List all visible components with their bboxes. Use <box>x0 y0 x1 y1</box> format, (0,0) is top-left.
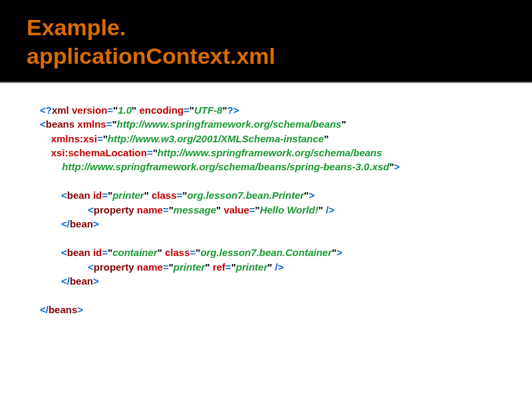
bean-container-property: <property name="printer" ref="printer" /… <box>40 260 492 274</box>
title-line-2: applicationContext.xml <box>27 43 275 68</box>
beans-close: </beans> <box>40 303 492 317</box>
beans-open-line3: xsi:schemaLocation="http://www.springfra… <box>40 146 492 160</box>
bean-printer-close: </bean> <box>40 217 492 231</box>
bean-printer-open: <bean id="printer" class="org.lesson7.be… <box>40 188 492 202</box>
xml-declaration: <?xml version="1.0" encoding="UTF-8"?> <box>40 103 492 117</box>
slide-header: Example. applicationContext.xml <box>0 0 532 83</box>
beans-open-line2: xmlns:xsi="http://www.w3.org/2001/XMLSch… <box>40 132 492 146</box>
beans-open-line1: <beans xmlns="http://www.springframework… <box>40 117 492 131</box>
slide-title: Example. applicationContext.xml <box>27 13 505 70</box>
bean-printer-property: <property name="message" value="Hello Wo… <box>40 203 492 217</box>
code-block: <?xml version="1.0" encoding="UTF-8"?> <… <box>0 83 532 337</box>
title-line-1: Example. <box>27 15 126 40</box>
bean-container-close: </bean> <box>40 274 492 288</box>
beans-open-line4: http://www.springframework.org/schema/be… <box>40 160 492 174</box>
bean-container-open: <bean id="container" class="org.lesson7.… <box>40 245 492 259</box>
